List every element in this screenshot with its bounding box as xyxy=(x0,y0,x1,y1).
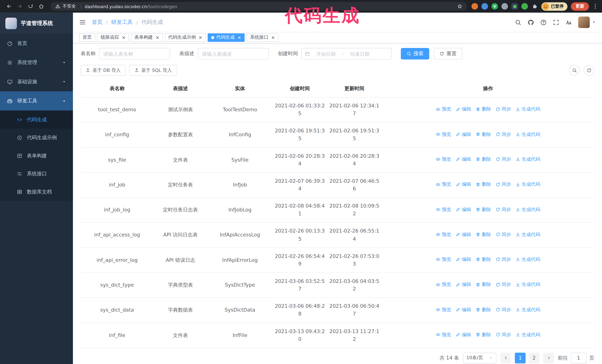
action-delete[interactable]: 删除 xyxy=(476,306,491,313)
action-preview[interactable]: 预览 xyxy=(436,131,451,138)
action-edit[interactable]: 编辑 xyxy=(456,156,471,163)
page-size-select[interactable]: 10条/页 xyxy=(463,353,496,363)
fullscreen-icon[interactable] xyxy=(553,19,559,26)
action-delete[interactable]: 删除 xyxy=(476,331,491,338)
action-sync[interactable]: 同步 xyxy=(496,106,511,113)
tab-home[interactable]: 首页 xyxy=(79,33,95,42)
table-desc-input[interactable] xyxy=(198,48,269,59)
action-sync[interactable]: 同步 xyxy=(496,181,511,188)
header-search-icon[interactable] xyxy=(515,19,521,26)
action-sync[interactable]: 同步 xyxy=(496,206,511,213)
help-icon[interactable] xyxy=(540,19,547,26)
prev-page-button[interactable] xyxy=(500,353,511,363)
action-edit[interactable]: 编辑 xyxy=(456,281,471,288)
action-delete[interactable]: 删除 xyxy=(476,231,491,238)
action-generate-code[interactable]: 生成代码 xyxy=(516,206,540,213)
action-generate-code[interactable]: 生成代码 xyxy=(516,131,540,138)
action-preview[interactable]: 预览 xyxy=(436,181,451,188)
tab-close-icon[interactable]: × xyxy=(237,35,241,40)
next-page-button[interactable] xyxy=(543,353,554,363)
browser-menu-dots-icon[interactable] xyxy=(592,3,598,9)
tab-codegen-example[interactable]: 代码生成示例× xyxy=(165,33,206,42)
extension-icon-blue[interactable] xyxy=(481,3,488,10)
extension-icon-gray[interactable] xyxy=(501,3,508,10)
action-preview[interactable]: 预览 xyxy=(436,306,451,313)
action-preview[interactable]: 预览 xyxy=(436,106,451,113)
action-generate-code[interactable]: 生成代码 xyxy=(516,231,540,238)
refresh-table-button[interactable] xyxy=(584,65,594,75)
search-button[interactable]: 搜索 xyxy=(401,48,429,59)
browser-forward-button[interactable] xyxy=(15,1,25,11)
action-edit[interactable]: 编辑 xyxy=(456,331,471,338)
browser-update-button[interactable]: 更新 xyxy=(571,2,589,10)
action-sync[interactable]: 同步 xyxy=(496,131,511,138)
sidebar-item-code-generation[interactable]: 代码生成 xyxy=(0,111,73,128)
tab-form-builder[interactable]: 表单构建× xyxy=(131,33,163,42)
sidebar-item-code-gen-example[interactable]: 代码生成示例 xyxy=(0,128,73,146)
action-generate-code[interactable]: 生成代码 xyxy=(516,181,540,188)
action-edit[interactable]: 编辑 xyxy=(456,256,471,263)
sidebar-item-db-doc[interactable]: 数据库文档 xyxy=(0,183,73,201)
action-edit[interactable]: 编辑 xyxy=(456,106,471,113)
end-date-input[interactable] xyxy=(345,51,375,57)
action-delete[interactable]: 删除 xyxy=(476,181,491,188)
action-generate-code[interactable]: 生成代码 xyxy=(516,106,540,113)
bookmark-star-icon[interactable] xyxy=(457,4,462,9)
reset-button[interactable]: 重置 xyxy=(434,48,462,59)
github-icon[interactable] xyxy=(527,19,534,26)
page-button-1[interactable]: 1 xyxy=(515,353,526,363)
action-preview[interactable]: 预览 xyxy=(436,331,451,338)
extension-icon-green-v[interactable]: V xyxy=(491,3,498,10)
action-sync[interactable]: 同步 xyxy=(496,306,511,313)
extension-icon-leaf[interactable] xyxy=(521,3,528,10)
extension-icon-card[interactable] xyxy=(511,3,518,10)
action-sync[interactable]: 同步 xyxy=(496,231,511,238)
tab-system-api[interactable]: 系统接口× xyxy=(247,33,279,42)
start-date-input[interactable] xyxy=(311,51,341,57)
action-edit[interactable]: 编辑 xyxy=(456,306,471,313)
browser-reload-button[interactable] xyxy=(25,1,35,11)
action-edit[interactable]: 编辑 xyxy=(456,131,471,138)
breadcrumb-item[interactable]: 首页 xyxy=(92,19,102,26)
sidebar-item-system-api[interactable]: 系统接口 xyxy=(0,165,73,183)
import-db-button[interactable]: 基于 DB 导入 xyxy=(81,65,126,75)
action-sync[interactable]: 同步 xyxy=(496,156,511,163)
action-generate-code[interactable]: 生成代码 xyxy=(516,256,540,263)
action-preview[interactable]: 预览 xyxy=(436,231,451,238)
action-preview[interactable]: 预览 xyxy=(436,256,451,263)
action-delete[interactable]: 删除 xyxy=(476,106,491,113)
action-edit[interactable]: 编辑 xyxy=(456,206,471,213)
table-name-input[interactable] xyxy=(99,48,170,59)
page-button-2[interactable]: 2 xyxy=(529,353,539,363)
tab-tracing[interactable]: 链路追踪× xyxy=(97,33,129,42)
user-dropdown[interactable] xyxy=(578,16,596,28)
action-delete[interactable]: 删除 xyxy=(476,256,491,263)
action-delete[interactable]: 删除 xyxy=(476,206,491,213)
action-sync[interactable]: 同步 xyxy=(496,256,511,263)
sidebar-item-home[interactable]: 首页 xyxy=(0,34,73,53)
action-sync[interactable]: 同步 xyxy=(496,281,511,288)
profile-sync-paused-badge[interactable]: 已暂停 xyxy=(541,2,568,10)
goto-page-input[interactable] xyxy=(570,353,587,363)
tab-close-icon[interactable]: × xyxy=(156,35,160,40)
date-range-picker[interactable]: - xyxy=(301,48,392,59)
tab-codegen[interactable]: 代码生成× xyxy=(208,33,245,42)
action-delete[interactable]: 删除 xyxy=(476,131,491,138)
action-delete[interactable]: 删除 xyxy=(476,281,491,288)
browser-back-button[interactable] xyxy=(4,1,14,11)
import-sql-button[interactable]: 基于 SQL 导入 xyxy=(129,65,177,75)
action-generate-code[interactable]: 生成代码 xyxy=(516,306,540,313)
sidebar-toggle-button[interactable] xyxy=(79,19,86,26)
tab-close-icon[interactable]: × xyxy=(271,35,275,40)
action-preview[interactable]: 预览 xyxy=(436,206,451,213)
action-edit[interactable]: 编辑 xyxy=(456,231,471,238)
tab-close-icon[interactable]: × xyxy=(199,35,203,40)
action-edit[interactable]: 编辑 xyxy=(456,181,471,188)
tab-close-icon[interactable]: × xyxy=(122,35,126,40)
sidebar-item-system-management[interactable]: 系统管理 xyxy=(0,53,73,72)
breadcrumb-item[interactable]: 研发工具 xyxy=(111,19,133,26)
action-preview[interactable]: 预览 xyxy=(436,156,451,163)
action-delete[interactable]: 删除 xyxy=(476,156,491,163)
extension-icon-orange[interactable] xyxy=(472,3,478,10)
action-generate-code[interactable]: 生成代码 xyxy=(516,331,540,338)
